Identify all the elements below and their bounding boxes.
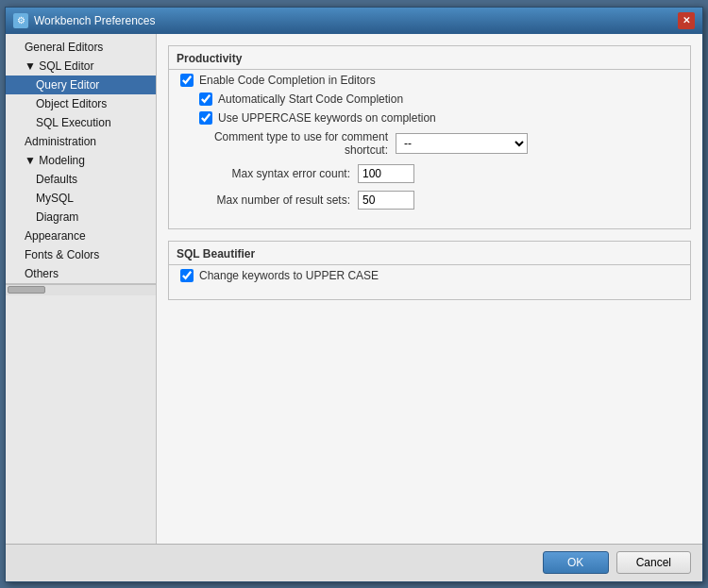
max-result-row: Max number of result sets: bbox=[180, 191, 679, 210]
preferences-window: ⚙ Workbench Preferences ✕ General Editor… bbox=[5, 7, 703, 582]
change-keywords-row: Change keywords to UPPER CASE bbox=[180, 269, 679, 282]
uppercase-row: Use UPPERCASE keywords on completion bbox=[199, 111, 679, 125]
sidebar: General Editors ▼ SQL Editor Query Edito… bbox=[6, 34, 157, 544]
sidebar-item-diagram[interactable]: Diagram bbox=[6, 208, 156, 227]
change-keywords-label: Change keywords to UPPER CASE bbox=[199, 269, 379, 282]
comment-type-select[interactable]: -- // # bbox=[396, 133, 528, 154]
beautifier-title: SQL Beautifier bbox=[169, 242, 690, 264]
window-body: General Editors ▼ SQL Editor Query Edito… bbox=[6, 34, 702, 544]
sidebar-item-sql-execution[interactable]: SQL Execution bbox=[6, 113, 156, 132]
auto-start-row: Automatically Start Code Completion bbox=[199, 92, 679, 106]
sidebar-item-mysql[interactable]: MySQL bbox=[6, 189, 156, 208]
productivity-title: Productivity bbox=[169, 46, 690, 69]
titlebar-left: ⚙ Workbench Preferences bbox=[13, 13, 156, 28]
beautifier-content: Change keywords to UPPER CASE bbox=[169, 265, 690, 299]
comment-type-label: Comment type to use for comment shortcut… bbox=[180, 130, 388, 157]
sidebar-item-appearance[interactable]: Appearance bbox=[6, 227, 156, 245]
sidebar-scroll-area: General Editors ▼ SQL Editor Query Edito… bbox=[6, 38, 156, 283]
uppercase-label: Use UPPERCASE keywords on completion bbox=[218, 111, 436, 125]
sidebar-item-administration[interactable]: Administration bbox=[6, 132, 156, 151]
max-syntax-input[interactable] bbox=[358, 164, 414, 183]
close-button[interactable]: ✕ bbox=[678, 12, 695, 29]
max-result-label: Max number of result sets: bbox=[180, 193, 350, 207]
beautifier-section: SQL Beautifier Change keywords to UPPER … bbox=[168, 241, 691, 300]
window-title: Workbench Preferences bbox=[34, 14, 156, 27]
max-result-input[interactable] bbox=[358, 191, 414, 210]
bottom-bar: OK Cancel bbox=[6, 544, 702, 581]
auto-start-label: Automatically Start Code Completion bbox=[218, 92, 403, 106]
enable-code-checkbox[interactable] bbox=[180, 74, 194, 87]
sidebar-item-defaults[interactable]: Defaults bbox=[6, 170, 156, 189]
max-syntax-label: Max syntax error count: bbox=[180, 167, 350, 180]
enable-code-label: Enable Code Completion in Editors bbox=[199, 74, 376, 87]
sidebar-item-object-editors[interactable]: Object Editors bbox=[6, 94, 156, 113]
main-content: Productivity Enable Code Completion in E… bbox=[157, 34, 702, 544]
sidebar-item-sql-editor[interactable]: ▼ SQL Editor bbox=[6, 57, 156, 76]
sidebar-scrollbar[interactable] bbox=[6, 284, 156, 295]
comment-type-row: Comment type to use for comment shortcut… bbox=[180, 130, 679, 157]
productivity-content: Enable Code Completion in Editors Automa… bbox=[169, 70, 690, 228]
auto-start-checkbox[interactable] bbox=[199, 92, 212, 106]
sidebar-item-general-editors[interactable]: General Editors bbox=[6, 38, 156, 57]
sidebar-item-others[interactable]: Others bbox=[6, 264, 156, 283]
productivity-section: Productivity Enable Code Completion in E… bbox=[168, 45, 691, 229]
change-keywords-checkbox[interactable] bbox=[180, 269, 194, 282]
titlebar: ⚙ Workbench Preferences ✕ bbox=[6, 8, 702, 34]
sidebar-item-fonts-colors[interactable]: Fonts & Colors bbox=[6, 245, 156, 264]
enable-code-row: Enable Code Completion in Editors bbox=[180, 74, 679, 87]
cancel-button[interactable]: Cancel bbox=[616, 551, 691, 574]
sidebar-item-query-editor[interactable]: Query Editor bbox=[6, 76, 156, 94]
uppercase-checkbox[interactable] bbox=[199, 111, 212, 125]
ok-button[interactable]: OK bbox=[543, 551, 609, 574]
sidebar-item-modeling[interactable]: ▼ Modeling bbox=[6, 151, 156, 170]
app-icon: ⚙ bbox=[13, 13, 28, 28]
max-syntax-row: Max syntax error count: bbox=[180, 164, 679, 183]
sidebar-bottom bbox=[6, 283, 156, 295]
scrollbar-thumb[interactable] bbox=[8, 286, 45, 294]
